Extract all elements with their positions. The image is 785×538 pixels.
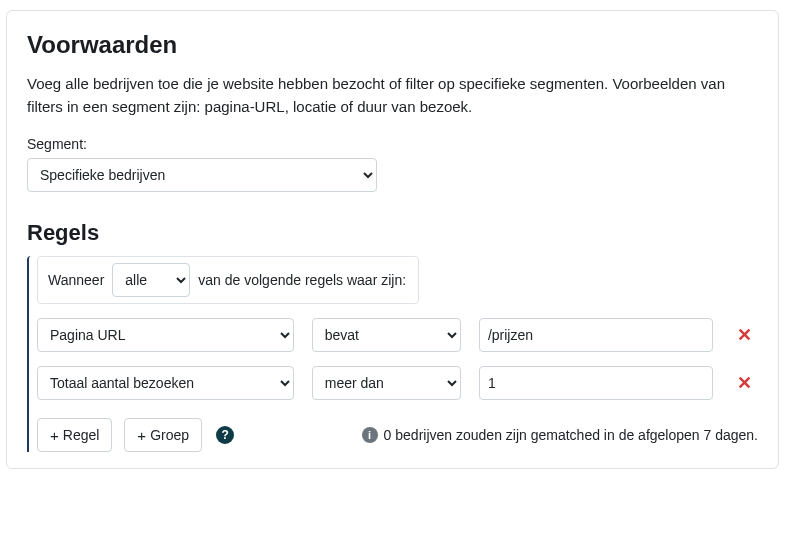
rule-field-select[interactable]: Totaal aantal bezoeken [37,366,294,400]
rule-operator-select[interactable]: bevat [312,318,461,352]
rules-quantifier-row: Wanneer alle van de volgende regels waar… [37,256,419,304]
segment-label: Segment: [27,136,758,152]
conditions-title: Voorwaarden [27,31,758,59]
plus-icon: + [137,427,146,444]
conditions-description: Voeg alle bedrijven toe die je website h… [27,73,758,118]
segment-select[interactable]: Specifieke bedrijven [27,158,377,192]
add-group-button[interactable]: + Groep [124,418,202,452]
rule-value-input[interactable] [479,318,713,352]
close-icon: ✕ [737,373,752,393]
add-group-label: Groep [150,427,189,443]
rule-operator-select[interactable]: meer dan [312,366,461,400]
add-rule-label: Regel [63,427,100,443]
rules-area: Wanneer alle van de volgende regels waar… [27,256,758,452]
remove-rule-button[interactable]: ✕ [731,370,758,396]
info-icon: i [362,427,378,443]
plus-icon: + [50,427,59,444]
when-label: Wanneer [48,272,104,288]
rules-title: Regels [27,220,758,246]
rule-row: Pagina URL bevat ✕ [37,318,758,352]
match-summary: i 0 bedrijven zouden zijn gematched in d… [362,427,758,443]
match-summary-text: 0 bedrijven zouden zijn gematched in de … [384,427,758,443]
help-icon[interactable]: ? [216,426,234,444]
conditions-card: Voorwaarden Voeg alle bedrijven toe die … [6,10,779,469]
quantifier-select[interactable]: alle [112,263,190,297]
quantifier-tail-label: van de volgende regels waar zijn: [198,272,406,288]
remove-rule-button[interactable]: ✕ [731,322,758,348]
close-icon: ✕ [737,325,752,345]
rule-field-select[interactable]: Pagina URL [37,318,294,352]
rules-footer: + Regel + Groep ? i 0 bedrijven zouden z… [37,418,758,452]
rule-value-input[interactable] [479,366,713,400]
add-rule-button[interactable]: + Regel [37,418,112,452]
rule-row: Totaal aantal bezoeken meer dan ✕ [37,366,758,400]
